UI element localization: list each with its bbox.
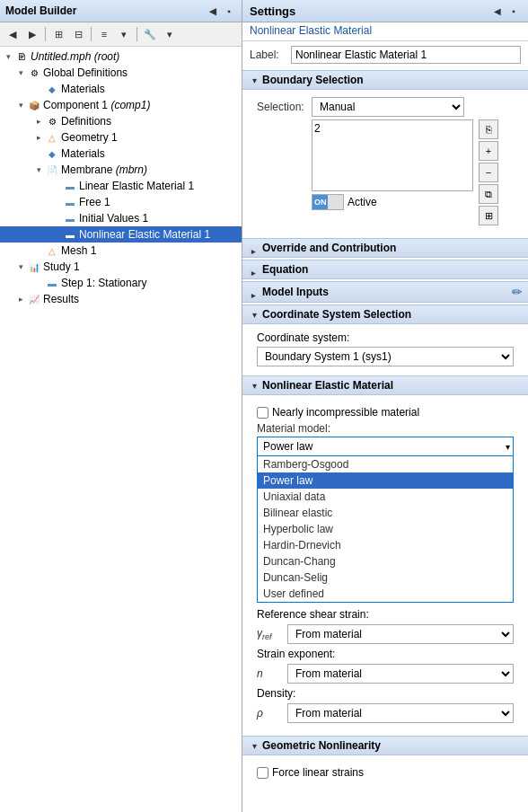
tree-item-study1[interactable]: 📊 Study 1 (0, 259, 242, 275)
tree-arrow-defs (32, 115, 45, 128)
equation-arrow: ▾ (248, 263, 260, 276)
tree-arrow-membrane (32, 163, 45, 176)
tree-item-comp-materials[interactable]: ◆ Materials (0, 146, 242, 162)
toolbar-sep3 (136, 27, 137, 41)
collapse-all-btn[interactable]: ⊟ (69, 25, 87, 43)
nonlinear-elastic-header[interactable]: ▾ Nonlinear Elastic Material (242, 375, 528, 395)
equation-header[interactable]: ▾ Equation (242, 260, 528, 279)
material-model-dropdown[interactable]: Power law Ramberg-Osgood Power law Uniax… (257, 437, 514, 603)
tree-item-nonlinear-elastic[interactable]: ▬ Nonlinear Elastic Material 1 (0, 226, 242, 243)
tree-item-step1[interactable]: ▬ Step 1: Stationary (0, 275, 242, 291)
add-sel-btn[interactable]: + (479, 141, 498, 161)
label-input[interactable] (291, 46, 521, 64)
tree-item-membrane[interactable]: 📄 Membrane (mbrn) (0, 162, 242, 178)
view-btn[interactable]: ≡ (95, 25, 113, 43)
tree-label-ne: Nonlinear Elastic Material 1 (79, 228, 210, 241)
select-all-btn[interactable]: ⊞ (479, 206, 498, 225)
tree-item-mesh1[interactable]: △ Mesh 1 (0, 243, 242, 259)
toolbar-sep1 (45, 27, 46, 41)
nearly-incompressible-cb[interactable] (257, 407, 268, 419)
tree-label-step: Step 1: Stationary (61, 277, 146, 289)
model-builder-panel: Model Builder ◀ ▪ ◀ ▶ ⊞ ⊟ ≡ ▾ 🔧 ▾ 🖹 Unti… (0, 0, 242, 812)
dropdown-list: Ramberg-Osgood Power law Uniaxial data B… (257, 456, 514, 603)
settings-panel: Settings ◀ ▪ Nonlinear Elastic Material … (242, 0, 528, 812)
tree-label-defs: Definitions (61, 115, 111, 128)
force-linear-row: Force linear strains (257, 766, 514, 779)
tree-label-geom: Geometry 1 (61, 131, 118, 144)
expand-all-btn[interactable]: ⊞ (49, 25, 67, 43)
settings-collapse-icon[interactable]: ◀ (490, 4, 505, 18)
option-bilinear[interactable]: Bilinear elastic (258, 505, 513, 521)
active-label: Active (348, 196, 377, 208)
selection-label-text: Selection: (257, 97, 306, 113)
add-dd-btn[interactable]: ▾ (161, 25, 179, 43)
settings-header-icons: ◀ ▪ (490, 4, 521, 18)
tree-icon-ne: ▬ (63, 227, 77, 242)
strain-exp-select[interactable]: From material (287, 664, 514, 684)
n-symbol: n (257, 667, 284, 680)
tree-label-global: Global Definitions (43, 66, 128, 79)
dropdown-current[interactable]: Power law (257, 437, 514, 456)
coord-system-header[interactable]: ▾ Coordinate System Selection (242, 304, 528, 324)
option-ramberg[interactable]: Ramberg-Osgood (258, 456, 513, 472)
tree-label-membrane: Membrane (mbrn) (61, 163, 147, 176)
option-powerlaw[interactable]: Power law (258, 472, 513, 489)
tree-label-mesh: Mesh 1 (61, 244, 96, 257)
copy-sel-btn[interactable]: ⧉ (479, 184, 498, 204)
forward-btn[interactable]: ▶ (23, 25, 41, 43)
tree-item-definitions[interactable]: ⚙ Definitions (0, 113, 242, 129)
tree-item-component1[interactable]: 📦 Component 1 (comp1) (0, 97, 242, 113)
back-btn[interactable]: ◀ (4, 25, 22, 43)
tree-icon-mesh: △ (45, 243, 59, 258)
active-toggle: ON Active (312, 194, 473, 210)
material-model-label: Material model: (257, 422, 514, 435)
model-inputs-arrow: ▾ (248, 286, 260, 298)
add-btn[interactable]: 🔧 (141, 25, 159, 43)
option-user[interactable]: User defined (258, 586, 513, 602)
settings-minimize-icon[interactable]: ▪ (506, 4, 521, 18)
expand-icon[interactable]: ▪ (222, 4, 236, 18)
option-duncan-selig[interactable]: Duncan-Selig (258, 569, 513, 586)
tree-item-free1[interactable]: ▬ Free 1 (0, 194, 242, 210)
ref-shear-select[interactable]: From material (287, 624, 514, 644)
option-duncan-chang[interactable]: Duncan-Chang (258, 553, 513, 569)
nearly-incompressible-label: Nearly incompressible material (272, 406, 419, 419)
density-select[interactable]: From material (287, 703, 514, 723)
model-inputs-header[interactable]: ▾ Model Inputs ✏ (242, 281, 528, 303)
model-inputs-title: Model Inputs (262, 286, 329, 298)
tree-item-results[interactable]: 📈 Results (0, 291, 242, 307)
nonlinear-elastic-content: Nearly incompressible material Material … (242, 395, 528, 734)
selection-box: 2 (312, 119, 473, 191)
collapse-icon[interactable]: ◀ (206, 4, 220, 18)
coord-system-select[interactable]: Boundary System 1 (sys1) (257, 347, 514, 366)
remove-sel-btn[interactable]: − (479, 163, 498, 182)
tree-item-global-defs[interactable]: ⚙ Global Definitions (0, 65, 242, 81)
option-uniaxial[interactable]: Uniaxial data (258, 489, 513, 505)
geom-nonlin-header[interactable]: ▾ Geometric Nonlinearity (242, 736, 528, 755)
boundary-selection-content: Selection: Manual 2 ON (242, 90, 528, 236)
tree-item-linear-elastic[interactable]: ▬ Linear Elastic Material 1 (0, 178, 242, 194)
ref-shear-label: Reference shear strain: (257, 608, 514, 621)
boundary-selection-header[interactable]: ▾ Boundary Selection (242, 70, 528, 90)
option-hardin[interactable]: Hardin-Drnevich (258, 537, 513, 553)
tree-label-root: Untitled.mph (root) (31, 50, 119, 63)
tree-item-root[interactable]: 🖹 Untitled.mph (root) (0, 49, 242, 65)
tree-item-geometry1[interactable]: △ Geometry 1 (0, 129, 242, 146)
toolbar-sep2 (91, 27, 92, 41)
view-dd-btn[interactable]: ▾ (115, 25, 133, 43)
model-inputs-edit-icon[interactable]: ✏ (512, 285, 523, 299)
tree-item-initial-values[interactable]: ▬ Initial Values 1 (0, 210, 242, 226)
selection-dropdown[interactable]: Manual (312, 97, 464, 117)
force-linear-cb[interactable] (257, 767, 268, 779)
rho-symbol: ρ (257, 707, 284, 719)
boundary-section-title: Boundary Selection (262, 74, 364, 86)
selection-row: Selection: Manual 2 ON (257, 97, 514, 225)
override-header[interactable]: ▾ Override and Contribution (242, 238, 528, 258)
active-toggle-btn[interactable]: ON (312, 194, 344, 210)
label-key: Label: (250, 49, 286, 61)
paste-btn[interactable]: ⎘ (479, 119, 498, 139)
tree-arrow-geom (32, 131, 45, 144)
tree-label-gmats: Materials (61, 83, 105, 95)
option-hyperbolic[interactable]: Hyperbolic law (258, 521, 513, 537)
tree-item-global-materials[interactable]: ◆ Materials (0, 81, 242, 97)
